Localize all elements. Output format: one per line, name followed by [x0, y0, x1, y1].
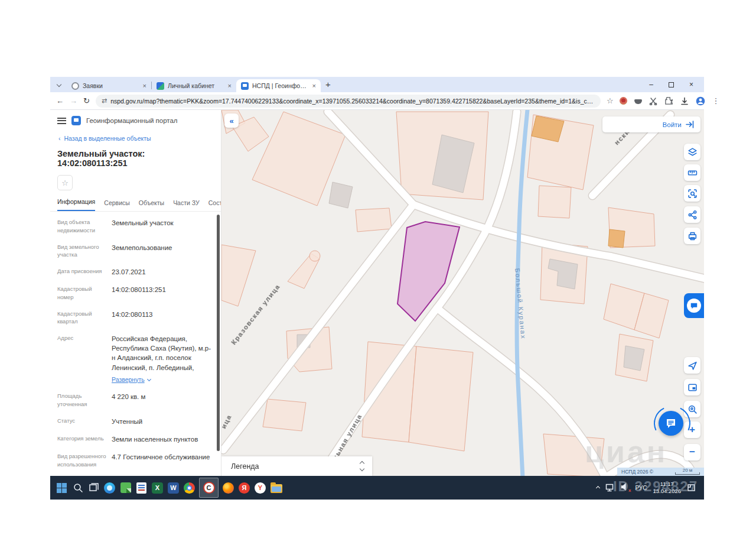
tray-expand-icon[interactable]	[596, 485, 600, 489]
minimize-button[interactable]: –	[649, 80, 653, 89]
taskbar-file-explorer[interactable]	[268, 476, 284, 500]
browser-tab-zayavki[interactable]: Заявки ×	[67, 79, 151, 92]
yandex-browser-icon: Я	[239, 482, 250, 494]
network-icon[interactable]	[605, 484, 615, 492]
extension-dark-icon[interactable]	[634, 99, 642, 104]
share-icon	[687, 210, 698, 220]
field-row: СтатусУчтенный	[50, 413, 221, 430]
taskbar-app-active[interactable]: C	[199, 478, 219, 498]
field-label: Вид объекта недвижимости	[57, 218, 112, 235]
browser-tab-lichny-kabinet[interactable]: Личный кабинет ×	[152, 79, 236, 92]
language-indicator[interactable]: РУС	[635, 485, 647, 491]
field-label: Кадастровый квартал	[57, 310, 112, 326]
yandex-icon: Y	[255, 482, 266, 494]
scale-bracket	[675, 472, 700, 475]
taskbar-search-button[interactable]	[70, 476, 86, 500]
download-icon[interactable]	[680, 97, 689, 105]
site-info-icon[interactable]: ⇄	[102, 97, 107, 105]
field-label: Кадастровый номер	[57, 285, 112, 301]
legend-toggle[interactable]	[360, 462, 364, 471]
close-tab-icon[interactable]: ×	[143, 83, 146, 89]
taskbar-app-yandex[interactable]: Y	[252, 476, 268, 500]
print-button[interactable]	[684, 228, 700, 244]
chat-assistant-button[interactable]	[659, 411, 683, 436]
watermark-cian: циан	[585, 434, 667, 469]
window-controls: – ×	[649, 80, 704, 92]
new-tab-button[interactable]: +	[325, 79, 331, 89]
chevron-down-icon	[360, 466, 364, 471]
tab-search-dropdown[interactable]	[54, 79, 64, 90]
zoom-out-button[interactable]: −	[684, 444, 700, 461]
extension-scissors-icon[interactable]	[649, 97, 657, 105]
volume-muted-icon[interactable]: x	[621, 482, 629, 493]
taskbar-app-notes[interactable]	[118, 476, 133, 500]
login-button[interactable]: Войти	[602, 116, 700, 132]
extensions-puzzle-icon[interactable]	[664, 96, 673, 105]
profile-avatar-icon[interactable]	[696, 96, 705, 106]
refresh-icon[interactable]: ↻	[83, 96, 90, 105]
url-input[interactable]: ⇄ nspd.gov.ru/map?thematic=PKK&zoom=17.7…	[96, 95, 601, 108]
taskbar-clock[interactable]: 11:17 13.04.2026	[653, 481, 681, 495]
chrome-icon	[184, 482, 195, 494]
back-icon[interactable]: ←	[56, 96, 64, 105]
start-button[interactable]	[54, 476, 70, 500]
layers-button[interactable]	[684, 144, 700, 160]
extension-rose-icon[interactable]	[620, 97, 627, 105]
forward-icon[interactable]: →	[70, 96, 77, 105]
location-arrow-icon	[687, 361, 698, 371]
tab-favicon	[157, 82, 164, 90]
windows-taskbar: X W C Я Y x РУС 11:17 13.04.2026 ID 3294…	[50, 476, 704, 500]
sidebar-tabs: Информация Сервисы Объекты Части ЗУ Сост…	[50, 190, 221, 212]
tab-services[interactable]: Сервисы	[104, 199, 130, 211]
sidebar-scrollbar[interactable]	[217, 215, 220, 451]
bookmark-star-icon[interactable]: ☆	[607, 96, 614, 105]
measure-button[interactable]	[684, 164, 700, 181]
taskbar-app-firefox[interactable]	[220, 476, 236, 500]
select-area-icon	[687, 189, 698, 199]
taskbar-app-excel[interactable]: X	[149, 476, 165, 500]
chevron-up-icon	[360, 461, 364, 466]
tab-objects[interactable]: Объекты	[139, 199, 164, 211]
tab-favicon	[71, 82, 79, 90]
assistant-side-tab[interactable]	[684, 293, 704, 318]
select-area-button[interactable]	[684, 185, 700, 202]
browser-tab-nspd-active[interactable]: НСПД | Геоинформационный ×	[236, 79, 321, 92]
extensions-area: ⋮	[620, 96, 720, 106]
map-canvas[interactable]: Кразовская улица Школьная улица нский иц…	[221, 110, 704, 476]
legend-bar[interactable]: Легенда	[221, 456, 372, 476]
ruler-icon	[687, 168, 698, 178]
taskbar-app-chrome[interactable]	[181, 476, 197, 500]
collapse-sidebar-button[interactable]: «	[224, 114, 239, 128]
task-view-button[interactable]	[86, 476, 102, 500]
tab-information[interactable]: Информация	[57, 198, 95, 211]
back-to-selected-link[interactable]: ‹ Назад в выделенные объекты	[50, 128, 221, 142]
assistant-bubble-icon	[687, 299, 701, 313]
folder-icon	[271, 484, 282, 493]
selected-parcel-polygon[interactable]	[397, 222, 460, 321]
expand-address-link[interactable]: Развернуть	[112, 375, 213, 384]
share-button[interactable]	[684, 206, 700, 223]
field-label: Адрес	[57, 334, 112, 384]
windows-logo-icon	[57, 483, 67, 493]
overview-map-button[interactable]	[684, 379, 700, 395]
notification-center-icon[interactable]	[687, 484, 696, 492]
close-window-button[interactable]: ×	[689, 80, 693, 89]
taskbar-app-yandex-browser[interactable]: Я	[236, 476, 252, 500]
parcel-fields: Вид объекта недвижимостиЗемельный участо…	[50, 212, 221, 476]
taskbar-app-document[interactable]	[133, 476, 149, 500]
maximize-button[interactable]	[669, 82, 674, 87]
close-tab-icon[interactable]: ×	[312, 83, 316, 89]
field-row: Вид объекта недвижимостиЗемельный участо…	[50, 214, 221, 239]
field-value: 4 220 кв. м	[112, 392, 145, 408]
browser-menu-icon[interactable]: ⋮	[712, 96, 720, 105]
tab-title: Заявки	[83, 82, 139, 89]
close-tab-icon[interactable]: ×	[228, 83, 232, 89]
tab-parcel-parts[interactable]: Части ЗУ	[173, 199, 200, 211]
system-tray: x РУС 11:17 13.04.2026	[597, 481, 704, 495]
tab-composition[interactable]: Состав	[208, 199, 221, 211]
taskbar-app-word[interactable]: W	[165, 476, 181, 500]
taskbar-app-edge[interactable]	[102, 476, 118, 500]
locate-me-button[interactable]	[684, 357, 700, 374]
favorite-star-button[interactable]: ☆	[57, 175, 73, 190]
hamburger-menu-icon[interactable]	[57, 118, 66, 124]
